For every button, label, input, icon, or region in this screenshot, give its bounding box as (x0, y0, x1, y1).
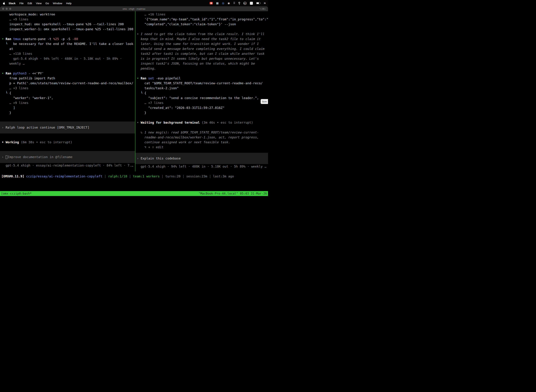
terminal-line: should send a message before completing … (137, 46, 268, 51)
text-segment: … +16 lines (137, 13, 165, 16)
omx-status-bar: [OMX#0.11.9] cczip/essay/ai-reimplementa… (0, 174, 268, 179)
tmux-session-label: [omx-cczip0:bash* (1, 192, 32, 195)
terminal-line: inspect_hud: omx sparkshell --tmux-pane … (2, 22, 135, 27)
text-segment: inspect_hud: omx sparkshell --tmux-pane … (2, 22, 124, 26)
terminal-line (137, 125, 268, 130)
tmux-host-label: "MacBook-Pro-44.local" 05:03 31-Mar-26 (199, 192, 267, 195)
menu-item-help[interactable]: Help (66, 2, 72, 5)
text-segment: "completed","claim_token":"claim-token"}… (137, 22, 236, 26)
apps-grid-icon[interactable]: ▦ (216, 2, 219, 5)
prompt-suggestion[interactable]: › Explain this codebase (135, 153, 268, 164)
compass-icon[interactable]: ◎ (222, 2, 224, 5)
terminal-line: ] (2, 105, 135, 110)
terminal-line (2, 66, 135, 71)
terminal-line: • Ran python3 - <<'PY' (2, 71, 135, 76)
omx-status-segment: session:23m (186, 174, 207, 178)
text-segment: … +9 lines (2, 17, 29, 21)
text-segment: … +7 lines (137, 101, 163, 105)
omx-status-segment: | (207, 174, 213, 178)
terminal-line: … +9 lines (2, 100, 135, 105)
dots-grid-icon[interactable]: ⠿ (233, 2, 235, 5)
text-segment: "created_at": "2026-03-31T11:59:27.816Z" (137, 106, 225, 110)
input-source-icon[interactable]: A (250, 2, 253, 5)
terminal-line: workspace_mode: worktree (2, 12, 135, 17)
text-segment: Explain this codebase (141, 156, 181, 160)
window-titlebar: omx --xhigh --madmax ⌥⌘1 (0, 6, 268, 11)
omx-status-segment: turns:20 (165, 174, 181, 178)
text-segment: Ralph loop active continue [OMX_TMUX_INJ… (6, 126, 90, 129)
terminal-line: inspect task2's JSON, focusing on the st… (137, 61, 268, 66)
battery-icon[interactable] (256, 2, 260, 4)
terminal-line: ⌥ + ↑ edit (137, 145, 268, 150)
omx-status-segment: | (181, 174, 187, 178)
terminal-line: "completed","claim_token":"claim-token"}… (137, 22, 268, 27)
terminal-line: pending. (137, 66, 268, 71)
menu-items: FileEditViewGoWindowHelp (19, 2, 76, 5)
text-segment: › (137, 156, 141, 160)
text-segment: gpt-5.4 xhigh · essay/ai-reimplementatio… (2, 163, 133, 167)
terminal-filler (0, 179, 268, 191)
menu-item-edit[interactable]: Edit (27, 2, 32, 5)
terminal-line: tasks/task-2.json" (137, 86, 268, 91)
text-segment: inspect task2's JSON, focusing on the st… (137, 62, 255, 65)
text-segment: python3 (13, 71, 27, 75)
battery-percent-icon[interactable]: 61 (243, 2, 247, 5)
window-title: omx --xhigh --madmax (0, 8, 268, 10)
terminal-line (137, 115, 268, 120)
text-segment: -80 (72, 37, 78, 41)
active-app-name[interactable]: Slack (9, 2, 15, 5)
text-segment: Ran (141, 76, 148, 80)
text-segment: is in progress? It seems likely but perh… (137, 57, 259, 61)
prompt-input[interactable]: › Improve documentation in @filename (0, 151, 135, 163)
screen: Slack FileEditViewGoWindowHelp ▦◎◉⠿61A≋ … (0, 0, 268, 196)
terminal-line (2, 115, 135, 120)
terminal-content: workspace_mode: worktree … +9 lines insp… (0, 11, 268, 196)
menu-bar: Slack FileEditViewGoWindowHelp ▦◎◉⠿61A≋ (0, 0, 268, 6)
menu-item-file[interactable]: File (19, 2, 24, 5)
text-segment: gpt-5.4 xhigh · 94% left · 488K in · 5.1… (137, 165, 266, 168)
terminal-line: p = Path('.omx/state/team/review-current… (2, 81, 135, 86)
text-segment: from pathlib import Path (2, 76, 55, 80)
text-segment: ] (2, 106, 15, 110)
text-segment: -p -S (59, 37, 72, 41)
text-segment: task2 after task1 is complete, but can I… (137, 52, 264, 56)
terminal-line: … +9 lines (2, 17, 135, 22)
window-shortcut: ⌥⌘1 (259, 8, 266, 10)
text-segment: • (2, 140, 6, 144)
terminal-line: "subject": "send a concise recommendatio… (137, 96, 268, 100)
tmux-panes: workspace_mode: worktree … +9 lines insp… (0, 11, 268, 171)
menu-item-go[interactable]: Go (45, 2, 49, 5)
terminal-line: └ { (2, 91, 135, 96)
ralph-loop-banner: › Ralph loop active continue [OMX_TMUX_I… (0, 121, 135, 134)
text-segment: • (137, 121, 141, 124)
terminal-line: └ be necessary for the end of the README… (2, 42, 135, 46)
menu-item-window[interactable]: Window (53, 2, 62, 5)
menubar-status-icons: ▦◎◉⠿61A≋ (210, 2, 266, 5)
wifi-icon[interactable]: ≋ (263, 2, 266, 5)
text-segment: keep that in mind. Maybe I also need the… (137, 37, 261, 41)
menu-item-view[interactable]: View (36, 2, 42, 5)
disc-icon[interactable]: ◉ (228, 2, 230, 5)
text-segment: • (137, 32, 141, 36)
screen-share-popover[interactable]: Scre (261, 99, 268, 104)
text-segment: Waiting for background terminal (141, 121, 200, 124)
tmux-status-bar: [omx-cczip0:bash* "MacBook-Pro-44.local"… (0, 191, 268, 196)
text-segment: └ be necessary for the end of the README… (2, 42, 133, 46)
text-segment: "worker": "worker-1", (2, 96, 53, 100)
terminal-line: … +3 lines (2, 86, 135, 91)
apple-icon[interactable] (3, 2, 5, 5)
text-segment: should send a message before completing … (137, 47, 264, 51)
text-segment: └ { (2, 91, 11, 95)
terminal-line (2, 145, 135, 150)
text-segment: … +9 lines (2, 101, 29, 105)
stand-icon[interactable] (239, 2, 240, 4)
text-segment: inspect_worker-1: omx sparkshell --tmux-… (2, 27, 133, 31)
terminal-line: "worker": "worker-1", (2, 96, 135, 100)
screen-record-icon[interactable] (210, 2, 213, 5)
model-status-line: gpt-5.4 xhigh · 94% left · 488K in · 5.1… (137, 164, 268, 169)
terminal-line: task2 after task1 is complete, but can I… (137, 51, 268, 56)
text-segment: gpt-5.4 xhigh · 94% left · 488K in · 5.1… (2, 57, 122, 61)
terminal-line: later. Using the same for transition mig… (137, 42, 268, 46)
terminal-line: from pathlib import Path (2, 76, 135, 81)
text-segment: └ { (137, 91, 146, 95)
